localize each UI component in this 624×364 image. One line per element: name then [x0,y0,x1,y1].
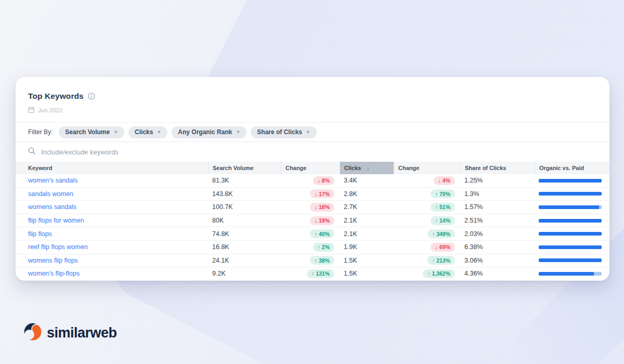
keyword-link[interactable]: womens sandals [28,203,76,211]
keyword-cell: womens flip flops [16,257,208,264]
search-volume-cell: 100.7K [208,203,281,211]
clicks-change-badge: ↑70% [431,189,455,198]
change-value: 131% [316,270,330,277]
page-title: Top Keywords [28,92,84,101]
column-header-organic-vs-paid[interactable]: Organic vs. Paid [535,162,609,174]
column-header-keyword[interactable]: Keyword [16,162,208,174]
arrow-down-icon: ↓ [438,177,441,184]
search-icon [28,147,35,157]
filter-by-label: Filter By: [28,128,53,136]
keyword-link[interactable]: reef flip flops women [28,243,88,251]
search-volume-change-cell: ↓8% [281,176,340,185]
table-row: flip flops for women80K↓19%2.1K↑14%2.51% [16,214,609,228]
search-volume-change-cell: ↓19% [281,216,340,225]
keyword-cell: flip flops [16,230,208,238]
keyword-link[interactable]: flip flops for women [28,217,84,224]
search-volume-change-badge: ↓8% [313,176,334,185]
search-volume-change-badge: ↑131% [307,269,334,278]
column-header-change-sv[interactable]: Change [281,162,340,174]
keyword-link[interactable]: women's flip-flops [28,270,80,277]
column-header-clicks-sorted[interactable]: Clicks ↓ [340,162,394,174]
change-value: 14% [439,217,450,224]
clicks-change-cell: ↑51% [394,203,460,212]
share-of-clicks-cell: 6.38% [460,243,535,251]
filter-pill-label: Any Organic Rank [178,128,232,136]
change-value: 8% [322,177,330,184]
clicks-cell: 2.7K [340,203,394,211]
arrow-up-icon: ↑ [432,231,435,237]
column-header-share-of-clicks[interactable]: Share of Clicks [460,162,535,174]
table-row: flip flops74.8K↑40%2.1K↑349%2.03% [16,227,609,241]
organic-bar-segment [539,245,602,249]
column-header-change-clicks[interactable]: Change [394,162,460,174]
search-volume-change-badge: ↓17% [310,189,334,198]
share-of-clicks-cell: 3.06% [460,257,535,264]
keyword-link[interactable]: flip flops [28,230,52,238]
keyword-link[interactable]: women's sandals [28,177,78,184]
search-volume-cell: 74.8K [208,230,281,238]
arrow-up-icon: ↑ [435,204,438,210]
organic-vs-paid-bar [539,232,602,236]
clicks-cell: 2.1K [340,217,394,224]
column-header-label: Clicks [344,165,361,171]
clicks-cell: 1.5K [340,257,394,264]
clicks-change-badge: ↑1,362% [423,269,455,278]
search-input[interactable] [41,148,301,156]
keyword-search-bar [16,142,609,162]
clicks-change-cell: ↓4% [394,176,460,185]
organic-vs-paid-bar [539,219,602,223]
clicks-cell: 1.9K [340,243,394,251]
search-volume-cell: 80K [208,217,281,224]
clicks-change-badge: ↓69% [431,243,455,252]
change-value: 69% [439,244,450,250]
change-value: 17% [319,191,330,197]
keyword-link[interactable]: sandals women [28,190,73,198]
organic-bar-segment [539,192,602,196]
clicks-change-badge: ↓4% [434,176,455,185]
share-of-clicks-cell: 2.51% [460,217,535,224]
filter-pill-share-of-clicks[interactable]: Share of Clicks ▼ [251,126,317,138]
search-volume-change-cell: ↑40% [281,229,340,238]
arrow-down-icon: ↓ [315,191,317,197]
info-icon[interactable] [88,93,95,100]
organic-bar-segment [539,205,599,209]
filter-pill-label: Search Volume [65,128,110,136]
share-of-clicks-cell: 2.03% [460,230,535,238]
keyword-link[interactable]: womens flip flops [28,257,78,264]
clicks-cell: 2.8K [340,190,394,198]
similarweb-logo: similarweb [23,322,117,343]
clicks-change-badge: ↑51% [431,203,455,212]
filter-pill-clicks[interactable]: Clicks ▼ [128,126,167,138]
arrow-down-icon: ↓ [315,204,317,210]
clicks-change-cell: ↑349% [394,229,460,238]
change-value: 19% [319,217,330,224]
clicks-cell: 3.4K [340,177,394,184]
change-value: 40% [319,231,330,237]
arrow-up-icon: ↑ [435,191,438,197]
change-value: 2% [322,244,330,250]
similarweb-logo-text: similarweb [47,325,117,341]
organic-vs-paid-cell [535,232,609,236]
filter-pill-search-volume[interactable]: Search Volume ▼ [59,126,124,138]
organic-vs-paid-bar [539,205,602,209]
organic-bar-segment [539,272,594,276]
organic-vs-paid-bar [539,258,602,262]
table-row: women's flip-flops9.2K↑131%1.5K↑1,362%4.… [16,267,609,281]
keyword-cell: sandals women [16,190,208,198]
table-row: womens sandals100.7K↓18%2.7K↑51%1.57% [16,201,609,214]
chevron-down-icon: ▼ [236,130,240,135]
table-row: women's sandals81.3K↓8%3.4K↓4%1.25% [16,174,609,188]
card-header: Top Keywords Jun 2022 [16,77,609,122]
arrow-down-icon: ↓ [318,177,320,184]
change-value: 18% [319,204,330,210]
filter-bar: Filter By: Search Volume ▼ Clicks ▼ Any … [16,123,609,141]
organic-bar-segment [539,258,602,262]
filter-pill-organic-rank[interactable]: Any Organic Rank ▼ [172,126,246,138]
clicks-cell: 2.1K [340,230,394,238]
column-header-search-volume[interactable]: Search Volume [208,162,281,174]
search-volume-change-badge: ↑2% [313,243,334,252]
top-keywords-card: Top Keywords Jun 2022 F [16,77,609,281]
clicks-change-cell: ↑213% [394,256,460,265]
organic-vs-paid-cell [535,205,609,209]
table-row: reef flip flops women16.8K↑2%1.9K↓69%6.3… [16,241,609,254]
